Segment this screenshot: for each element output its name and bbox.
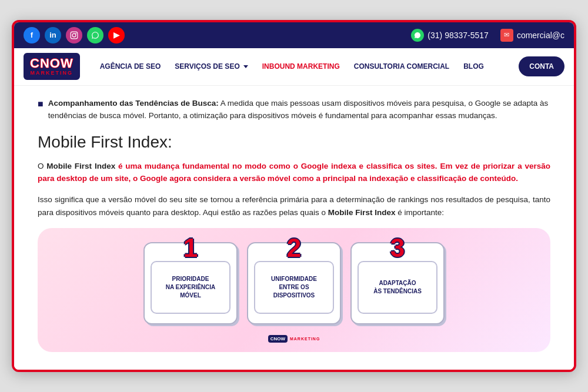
card-2: 2 UNIFORMIDADEENTRE OSDISPOSITIVOS — [247, 242, 341, 324]
para1-pre: O — [38, 162, 46, 170]
youtube-icon[interactable]: ▶ — [108, 27, 125, 43]
card-2-inner: UNIFORMIDADEENTRE OSDISPOSITIVOS — [254, 261, 334, 314]
para2-text: Isso significa que a versão móvel do seu… — [38, 195, 550, 217]
cards-wrapper: 1 PRIORIDADENA EXPERIÊNCIAMÓVEL 2 UNIFOR… — [38, 228, 550, 352]
whatsapp-icon[interactable] — [87, 27, 103, 43]
top-bar: f in ▶ — [14, 22, 574, 48]
email-address: comercial@c — [517, 31, 564, 40]
contact-info: (31) 98337-5517 ✉ comercial@c — [411, 29, 564, 42]
phone-item: (31) 98337-5517 — [411, 29, 489, 42]
card-logo: CNOW MARKETING — [268, 335, 320, 343]
cta-button[interactable]: CONTA — [519, 56, 564, 76]
cards-row: 1 PRIORIDADENA EXPERIÊNCIAMÓVEL 2 UNIFOR… — [143, 242, 445, 324]
facebook-icon[interactable]: f — [24, 27, 40, 43]
nav-consultoria-comercial[interactable]: CONSULTORIA COMERCIAL — [348, 58, 455, 75]
card-3-number: 3 — [390, 235, 405, 261]
svg-rect-0 — [71, 32, 78, 39]
para2-end: é importante: — [396, 208, 445, 217]
card-logo-sub: MARKETING — [290, 337, 320, 341]
whatsapp-contact-icon — [411, 29, 424, 42]
bullet-section: ■ Acompanhamento das Tendências de Busca… — [38, 98, 550, 122]
card-logo-main: CNOW — [268, 335, 288, 343]
email-item: ✉ comercial@c — [500, 29, 564, 42]
section-heading: Mobile First Index: — [38, 133, 550, 152]
nav-agencia-seo[interactable]: AGÊNCIA DE SEO — [94, 58, 167, 75]
card-3: 3 ADAPTAÇÃOÀS TENDÊNCIAS — [350, 242, 445, 324]
logo-box: CNOW MARKETING — [24, 53, 80, 80]
social-icons: f in ▶ — [24, 27, 125, 43]
main-nav: AGÊNCIA DE SEO SERVIÇOS DE SEO INBOUND M… — [94, 58, 514, 75]
nav-servicos-seo[interactable]: SERVIÇOS DE SEO — [169, 58, 253, 75]
nav-blog[interactable]: BLOG — [457, 58, 490, 75]
bullet-item: ■ Acompanhamento das Tendências de Busca… — [38, 98, 550, 122]
bullet-text: Acompanhamento das Tendências de Busca: … — [48, 98, 550, 122]
card-1-label: PRIORIDADENA EXPERIÊNCIAMÓVEL — [166, 275, 216, 300]
svg-point-2 — [75, 33, 76, 34]
card-3-inner: ADAPTAÇÃOÀS TENDÊNCIAS — [358, 261, 437, 314]
paragraph-1: O Mobile First Index é uma mudança funda… — [38, 160, 550, 185]
card-2-number: 2 — [287, 235, 301, 261]
chevron-down-icon — [243, 65, 248, 68]
para1-bold: Mobile First Index — [46, 162, 115, 170]
logo-sub-text: MARKETING — [31, 70, 74, 76]
bullet-dot: ■ — [38, 98, 44, 122]
card-3-label: ADAPTAÇÃOÀS TENDÊNCIAS — [373, 279, 422, 296]
nav-inbound-marketing[interactable]: INBOUND MARKETING — [256, 58, 346, 75]
main-content: ■ Acompanhamento das Tendências de Busca… — [14, 86, 574, 370]
nav-bar: CNOW MARKETING AGÊNCIA DE SEO SERVIÇOS D… — [14, 48, 574, 86]
bullet-label: Acompanhamento das Tendências de Busca: — [48, 99, 219, 108]
linkedin-icon[interactable]: in — [45, 27, 61, 43]
para2-bold: Mobile First Index — [328, 208, 396, 217]
paragraph-2: Isso significa que a versão móvel do seu… — [38, 193, 550, 219]
card-1-inner: PRIORIDADENA EXPERIÊNCIAMÓVEL — [151, 261, 230, 314]
logo-area[interactable]: CNOW MARKETING — [24, 53, 80, 80]
phone-number: (31) 98337-5517 — [427, 31, 489, 40]
svg-point-1 — [72, 33, 76, 37]
email-icon: ✉ — [500, 29, 513, 42]
card-1-number: 1 — [183, 235, 198, 261]
browser-window: f in ▶ — [12, 20, 576, 372]
card-1: 1 PRIORIDADENA EXPERIÊNCIAMÓVEL — [143, 242, 238, 324]
logo-main-text: CNOW — [30, 57, 74, 70]
card-2-label: UNIFORMIDADEENTRE OSDISPOSITIVOS — [271, 275, 317, 300]
instagram-icon[interactable] — [66, 27, 82, 43]
